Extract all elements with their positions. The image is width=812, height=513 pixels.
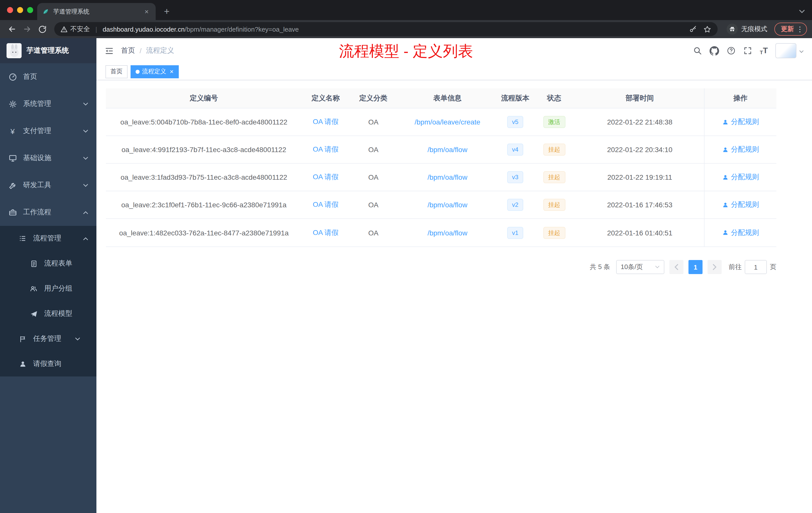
definition-category-cell: OA [349, 146, 397, 154]
sidebar-item-leave-query[interactable]: 请假查询 [0, 351, 96, 376]
action-cell: 分配规则 [704, 136, 776, 163]
chevron-down-icon [83, 156, 88, 160]
chevron-down-icon [75, 337, 80, 340]
sidebar-item-payment[interactable]: ¥ 支付管理 [0, 117, 96, 145]
form-info-cell: /bpm/oa/flow [397, 173, 498, 181]
caret-down-icon [799, 46, 804, 55]
deploy-time-cell: 2022-01-22 21:48:38 [576, 118, 704, 126]
search-button[interactable] [693, 46, 702, 55]
active-dot [136, 69, 140, 73]
font-size-icon[interactable]: TT [760, 46, 768, 55]
column-header: 部署时间 [576, 88, 704, 108]
sidebar-item-task-management[interactable]: 任务管理 [0, 326, 96, 351]
minimize-window-button[interactable] [17, 7, 23, 13]
sidebar-item-process-model[interactable]: 流程模型 [0, 301, 96, 326]
form-link[interactable]: /bpm/oa/flow [428, 201, 467, 209]
assign-rule-link[interactable]: 分配规则 [722, 200, 759, 209]
assign-rule-link[interactable]: 分配规则 [722, 117, 759, 126]
address-bar[interactable]: 不安全 | dashboard.yudao.iocoder.cn/bpm/man… [54, 22, 718, 36]
bookmark-star-button[interactable] [703, 25, 712, 33]
tab-search-chevron-icon[interactable] [799, 6, 805, 16]
tag-home[interactable]: 首页 [106, 65, 127, 78]
browser-tab[interactable]: 芋道管理系统 × [37, 3, 156, 20]
sidebar-fold-icon[interactable] [105, 46, 114, 56]
form-link[interactable]: /bpm/oa/leave/create [414, 118, 480, 126]
action-cell: 分配规则 [704, 219, 776, 246]
user-avatar-menu[interactable] [775, 43, 804, 58]
person-icon [722, 174, 728, 180]
page-number-button[interactable]: 1 [689, 260, 702, 274]
tag-close-icon[interactable]: × [170, 68, 174, 75]
sidebar-item-label: 基础设施 [23, 154, 51, 163]
sidebar-item-label: 任务管理 [33, 334, 61, 343]
definition-name-cell: OA 请假 [302, 228, 349, 237]
new-tab-button[interactable]: + [160, 4, 174, 19]
sidebar-item-user-group[interactable]: 用户分组 [0, 276, 96, 301]
status-cell: 挂起 [533, 144, 576, 156]
definition-name-link[interactable]: OA 请假 [313, 145, 339, 154]
assign-rule-link[interactable]: 分配规则 [722, 173, 759, 182]
forward-button[interactable] [20, 22, 34, 36]
help-icon[interactable] [727, 46, 736, 55]
definition-name-cell: OA 请假 [302, 200, 349, 209]
chevron-up-icon [83, 237, 88, 240]
sidebar-logo[interactable]: 芋道管理系统 [0, 38, 96, 63]
definition-category-cell: OA [349, 201, 397, 209]
page-size-value: 10条/页 [621, 263, 643, 272]
definition-name-link[interactable]: OA 请假 [313, 117, 339, 126]
tag-label: 流程定义 [142, 67, 166, 76]
status-cell: 挂起 [533, 171, 576, 183]
column-header: 状态 [533, 88, 576, 108]
action-cell: 分配规则 [704, 109, 776, 135]
password-key-button[interactable] [689, 25, 697, 33]
prev-page-button[interactable] [669, 260, 684, 274]
version-cell: v1 [498, 227, 533, 239]
definition-name-link[interactable]: OA 请假 [313, 200, 339, 209]
sidebar-item-label: 请假查询 [33, 359, 61, 368]
goto-prefix: 前往 [729, 263, 742, 272]
assign-rule-link[interactable]: 分配规则 [722, 145, 759, 154]
url-text: dashboard.yudao.iocoder.cn/bpm/manager/d… [103, 25, 299, 33]
form-link[interactable]: /bpm/oa/flow [428, 229, 467, 237]
monitor-icon [8, 154, 17, 162]
avatar [775, 43, 796, 58]
definition-name-link[interactable]: OA 请假 [313, 173, 339, 182]
form-link[interactable]: /bpm/oa/flow [428, 173, 467, 181]
form-info-cell: /bpm/oa/flow [397, 201, 498, 209]
page-size-select[interactable]: 10条/页 [616, 260, 664, 274]
tags-view: 首页 流程定义 × [96, 63, 812, 80]
assign-rule-link[interactable]: 分配规则 [722, 228, 759, 237]
person-icon [722, 146, 728, 153]
goto-page-input[interactable] [745, 260, 767, 274]
omnibox-divider: | [95, 25, 97, 33]
close-window-button[interactable] [7, 7, 13, 13]
form-link[interactable]: /bpm/oa/flow [428, 146, 467, 154]
status-badge: 挂起 [543, 171, 565, 183]
sidebar-item-system[interactable]: 系统管理 [0, 90, 96, 117]
users-icon [29, 284, 38, 293]
sidebar-item-devtools[interactable]: 研发工具 [0, 172, 96, 199]
zoom-window-button[interactable] [27, 7, 33, 13]
github-icon[interactable] [709, 46, 719, 56]
chrome-update-button[interactable]: 更新 ⋮ [774, 23, 807, 36]
sidebar-item-home[interactable]: 首页 [0, 63, 96, 90]
back-button[interactable] [5, 22, 19, 36]
person-icon [722, 119, 728, 125]
tab-close-icon[interactable]: × [143, 7, 151, 16]
next-page-button[interactable] [707, 260, 722, 274]
security-warning[interactable]: 不安全 [60, 25, 90, 34]
sidebar-item-process-form[interactable]: 流程表单 [0, 251, 96, 276]
sidebar-item-workflow[interactable]: 工作流程 [0, 199, 96, 226]
breadcrumb-home[interactable]: 首页 [121, 46, 135, 55]
reload-button[interactable] [35, 22, 49, 36]
table-row: oa_leave:3:1fad3d93-7b75-11ec-a3c8-acde4… [106, 163, 776, 191]
browser-menu-icon[interactable]: ⋮ [796, 26, 804, 33]
pagination: 共 5 条 10条/页 1 前往 [96, 260, 776, 274]
definition-id-cell: oa_leave:3:1fad3d93-7b75-11ec-a3c8-acde4… [106, 173, 302, 181]
fullscreen-icon[interactable] [743, 46, 752, 55]
tag-process-definition[interactable]: 流程定义 × [130, 65, 178, 78]
window-controls [7, 0, 33, 20]
sidebar-item-process-management[interactable]: 流程管理 [0, 226, 96, 251]
sidebar-item-infrastructure[interactable]: 基础设施 [0, 145, 96, 172]
definition-name-link[interactable]: OA 请假 [313, 228, 339, 237]
